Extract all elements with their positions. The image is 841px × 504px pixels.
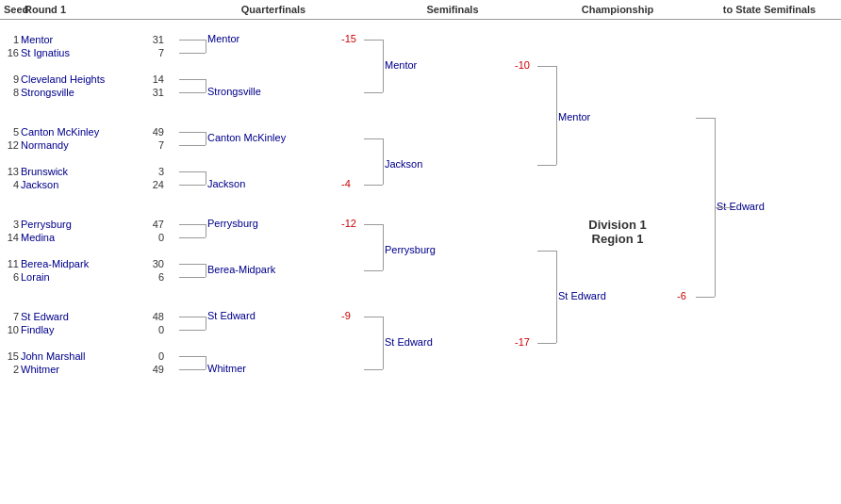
r1-team-11: 11 Berea-Midpark 30 — [4, 257, 164, 270]
qf-line-4a — [364, 317, 383, 317]
r1-team-12: 6 Lorain 6 — [4, 270, 164, 284]
sf-line-1b — [537, 165, 556, 166]
champ-team-2: St Edward — [558, 290, 606, 301]
header-round1: Round 1 — [21, 4, 179, 15]
r1-vline-8 — [206, 356, 206, 369]
header-semis: Semifinals — [368, 4, 537, 15]
r1-team-10: 14 Medina 0 — [4, 231, 164, 244]
champ-score-2: -6 — [677, 290, 686, 301]
sf-score-1: -10 — [515, 59, 530, 71]
r1-line-1b — [179, 53, 206, 54]
header-row: Seed Round 1 Quarterfinals Semifinals Ch… — [0, 0, 841, 20]
sf-line-1a — [537, 66, 556, 67]
qf-team-6: Berea-Midpark — [207, 264, 275, 275]
qf-line-3b — [364, 270, 383, 271]
champ-line-1a — [696, 118, 715, 119]
champ-line-1b — [696, 297, 715, 298]
sf-line-2a — [537, 251, 556, 252]
qf-score-7: -9 — [341, 310, 351, 321]
qf-vline-3 — [383, 224, 384, 270]
r1-team-14: 10 Findlay 0 — [4, 323, 164, 336]
qf-line-3a — [364, 224, 383, 225]
champ-team-1: Mentor — [558, 111, 590, 122]
r1-line-6b — [179, 277, 206, 278]
division-label: Division 1 Region 1 — [561, 218, 674, 246]
header-state: to State Semifinals — [698, 4, 841, 15]
r1-line-7a — [179, 317, 206, 317]
qf-line-1a — [364, 40, 383, 41]
qf-vline-4 — [383, 317, 384, 369]
sf-team-2: Jackson — [385, 158, 422, 170]
r1-team-5: 5 Canton McKinley 49 — [4, 125, 164, 138]
r1-team-8: 4 Jackson 24 — [4, 178, 164, 191]
r1-vline-2 — [206, 79, 206, 92]
r1-team-9: 3 Perrysburg 47 — [4, 218, 164, 231]
r1-vline-1 — [206, 40, 206, 53]
sf-vline-1 — [556, 66, 557, 165]
sf-team-4: St Edward — [385, 336, 433, 348]
qf-team-3: Canton McKinley — [207, 132, 286, 143]
state-team-1: St Edward — [717, 201, 765, 212]
qf-team-5: Perrysburg — [207, 218, 258, 229]
header-champ: Championship — [537, 4, 698, 15]
r1-vline-7 — [206, 317, 206, 330]
r1-team-3: 9 Cleveland Heights 14 — [4, 73, 164, 86]
r1-line-3a — [179, 132, 206, 133]
qf-line-4b — [364, 369, 383, 370]
qf-line-1b — [364, 92, 383, 93]
r1-line-2b — [179, 92, 206, 93]
qf-team-7: St Edward — [207, 310, 256, 321]
r1-line-4a — [179, 171, 206, 172]
r1-team-6: 12 Normandy 7 — [4, 138, 164, 152]
qf-team-2: Strongsville — [207, 86, 261, 97]
r1-line-3b — [179, 145, 206, 146]
r1-team-13: 7 St Edward 48 — [4, 310, 164, 323]
qf-team-8: Whitmer — [207, 363, 246, 374]
r1-team-7: 13 Brunswick 3 — [4, 165, 164, 178]
r1-team-15: 15 John Marshall 0 — [4, 350, 164, 363]
qf-line-2a — [364, 138, 383, 139]
r1-team-16: 2 Whitmer 49 — [4, 363, 164, 376]
qf-line-2b — [364, 185, 383, 186]
bracket-container: Seed Round 1 Quarterfinals Semifinals Ch… — [0, 0, 841, 504]
r1-line-4b — [179, 185, 206, 186]
qf-vline-2 — [383, 138, 384, 185]
header-quarters: Quarterfinals — [179, 4, 368, 15]
r1-vline-4 — [206, 171, 206, 185]
qf-score-4: -4 — [341, 178, 351, 189]
qf-team-4: Jackson — [207, 178, 245, 189]
sf-score-4: -17 — [515, 336, 530, 348]
state-line — [715, 207, 734, 208]
r1-line-6a — [179, 264, 206, 265]
sf-team-1: Mentor — [385, 59, 417, 71]
qf-vline-1 — [383, 40, 384, 92]
r1-line-2a — [179, 79, 206, 80]
r1-line-5a — [179, 224, 206, 225]
r1-vline-3 — [206, 132, 206, 145]
qf-team-1: Mentor — [207, 33, 239, 44]
qf-score-5: -12 — [341, 218, 356, 229]
r1-line-8b — [179, 369, 206, 370]
r1-line-1a — [179, 40, 206, 41]
bracket-body: 1 Mentor 31 16 St Ignatius 7 9 Cleveland… — [0, 20, 841, 501]
sf-vline-2 — [556, 251, 557, 343]
qf-score-1: -15 — [341, 33, 356, 44]
r1-vline-6 — [206, 264, 206, 277]
sf-line-2b — [537, 343, 556, 344]
r1-line-8a — [179, 356, 206, 357]
r1-team-2: 16 St Ignatius 7 — [4, 46, 164, 59]
r1-line-7b — [179, 330, 206, 331]
r1-team-1: 1 Mentor 31 — [4, 33, 164, 46]
r1-line-5b — [179, 237, 206, 238]
r1-vline-5 — [206, 224, 206, 237]
sf-team-3: Perrysburg — [385, 244, 436, 255]
header-seed: Seed — [0, 4, 21, 15]
r1-team-4: 8 Strongsville 31 — [4, 86, 164, 99]
